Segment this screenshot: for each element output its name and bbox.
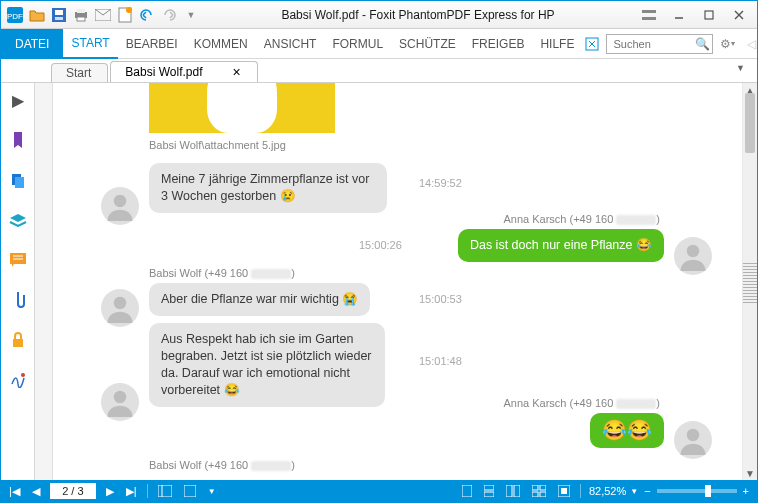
- redo-icon[interactable]: [159, 5, 179, 25]
- security-icon[interactable]: [7, 329, 29, 351]
- panel-expand-icon[interactable]: ▶: [7, 89, 29, 111]
- first-page-icon[interactable]: |◀: [7, 485, 22, 498]
- search-box[interactable]: 🔍: [606, 34, 713, 54]
- email-icon[interactable]: [93, 5, 113, 25]
- new-doc-icon[interactable]: [115, 5, 135, 25]
- status-bar: |◀ ◀ ▶ ▶| ▼ 82,52% ▼ − +: [1, 480, 757, 502]
- sender-label: Anna Karsch (+49 160 ): [503, 213, 660, 225]
- next-page-icon[interactable]: ▶: [104, 485, 116, 498]
- svg-rect-4: [55, 17, 63, 20]
- tab-comment[interactable]: KOMMEN: [186, 29, 256, 59]
- nav-back-icon[interactable]: ◁: [741, 34, 758, 54]
- pdf-page: Babsi Wolf\attachment 5.jpg Meine 7 jähr…: [53, 83, 743, 480]
- svg-rect-28: [158, 485, 172, 497]
- fullscreen-icon[interactable]: [556, 485, 572, 497]
- tab-start[interactable]: START: [63, 29, 117, 59]
- chat-bubble-right: 😂😂: [590, 413, 664, 448]
- doctabs-dropdown-icon[interactable]: ▼: [736, 63, 745, 73]
- pages-icon[interactable]: [7, 169, 29, 191]
- tab-view[interactable]: ANSICHT: [256, 29, 325, 59]
- view-mode-2-icon[interactable]: [182, 485, 198, 497]
- app-icon: PDF: [5, 5, 25, 25]
- zoom-out-icon[interactable]: −: [642, 485, 652, 497]
- svg-point-27: [687, 429, 700, 442]
- svg-rect-41: [561, 488, 567, 494]
- tab-form[interactable]: FORMUL: [324, 29, 391, 59]
- page-gutter: [35, 83, 53, 480]
- svg-rect-38: [532, 492, 538, 497]
- svg-rect-11: [642, 10, 656, 13]
- view-dropdown-icon[interactable]: ▼: [206, 487, 218, 496]
- zoom-dropdown-icon[interactable]: ▼: [630, 487, 638, 496]
- svg-point-26: [114, 391, 127, 404]
- svg-point-22: [21, 373, 25, 377]
- attachments-icon[interactable]: [7, 289, 29, 311]
- svg-rect-39: [540, 492, 546, 497]
- zoom-in-icon[interactable]: +: [741, 485, 751, 497]
- facing-icon[interactable]: [504, 485, 522, 497]
- svg-rect-30: [184, 485, 196, 497]
- tab-protect[interactable]: SCHÜTZE: [391, 29, 464, 59]
- svg-rect-31: [462, 485, 472, 497]
- doctab-close-icon[interactable]: ×: [233, 64, 241, 80]
- single-page-icon[interactable]: [460, 485, 474, 497]
- open-icon[interactable]: [27, 5, 47, 25]
- search-icon[interactable]: 🔍: [695, 37, 710, 51]
- svg-rect-32: [484, 485, 494, 490]
- undo-icon[interactable]: [137, 5, 157, 25]
- window-title: Babsi Wolf.pdf - Foxit PhantomPDF Expres…: [201, 8, 635, 22]
- scroll-hatch: [743, 263, 757, 303]
- settings-gear-icon[interactable]: ⚙▾: [717, 34, 737, 54]
- avatar-left: [101, 383, 139, 421]
- document-tabs: Start Babsi Wolf.pdf × ▼: [1, 59, 757, 83]
- qat-dropdown-icon[interactable]: ▼: [181, 5, 201, 25]
- svg-point-10: [126, 7, 132, 13]
- last-page-icon[interactable]: ▶|: [124, 485, 139, 498]
- chat-bubble-left: Aus Respekt hab ich sie im Garten begrab…: [149, 323, 385, 407]
- search-input[interactable]: [609, 38, 695, 50]
- chat-bubble-left: Aber die Pflanze war mir wichtig 😭: [149, 283, 370, 316]
- maximize-button[interactable]: [695, 5, 723, 25]
- tab-help[interactable]: HILFE: [532, 29, 582, 59]
- side-panel: ▶: [1, 83, 35, 480]
- sender-label: Babsi Wolf (+49 160 ): [149, 459, 295, 471]
- minimize-button[interactable]: [665, 5, 693, 25]
- svg-rect-14: [705, 11, 713, 19]
- doctab-start[interactable]: Start: [51, 63, 108, 82]
- avatar-left: [101, 187, 139, 225]
- sender-label: Babsi Wolf (+49 160 ): [149, 267, 295, 279]
- find-prev-icon[interactable]: [582, 34, 602, 54]
- print-icon[interactable]: [71, 5, 91, 25]
- svg-rect-3: [55, 10, 63, 15]
- page-input[interactable]: [50, 483, 96, 499]
- attachment-image: [149, 83, 335, 133]
- vertical-scrollbar[interactable]: ▲ ▼: [743, 83, 757, 480]
- scroll-thumb[interactable]: [745, 93, 755, 153]
- svg-text:PDF: PDF: [7, 12, 23, 21]
- doctab-current[interactable]: Babsi Wolf.pdf ×: [110, 61, 257, 82]
- continuous-icon[interactable]: [482, 485, 496, 497]
- layers-icon[interactable]: [7, 209, 29, 231]
- scroll-down-icon[interactable]: ▼: [743, 466, 757, 480]
- tab-edit[interactable]: BEARBEI: [118, 29, 186, 59]
- save-icon[interactable]: [49, 5, 69, 25]
- view-mode-1-icon[interactable]: [156, 485, 174, 497]
- ribbon-toggle-icon[interactable]: [635, 5, 663, 25]
- svg-rect-37: [540, 485, 546, 490]
- tab-file[interactable]: DATEI: [1, 29, 63, 59]
- tab-share[interactable]: FREIGEB: [464, 29, 533, 59]
- avatar-right: [674, 421, 712, 459]
- svg-rect-21: [13, 339, 23, 347]
- zoom-slider[interactable]: [657, 489, 737, 493]
- bookmarks-icon[interactable]: [7, 129, 29, 151]
- zoom-thumb[interactable]: [705, 485, 711, 497]
- prev-page-icon[interactable]: ◀: [30, 485, 42, 498]
- comments-icon[interactable]: [7, 249, 29, 271]
- zoom-label: 82,52%: [589, 485, 626, 497]
- main-area: ▶ Babsi Wolf\attachment 5.jpg Meine 7 jä…: [1, 83, 757, 480]
- quick-access-toolbar: PDF ▼: [5, 5, 201, 25]
- close-button[interactable]: [725, 5, 753, 25]
- avatar-right: [674, 237, 712, 275]
- facing-cont-icon[interactable]: [530, 485, 548, 497]
- signatures-icon[interactable]: [7, 369, 29, 391]
